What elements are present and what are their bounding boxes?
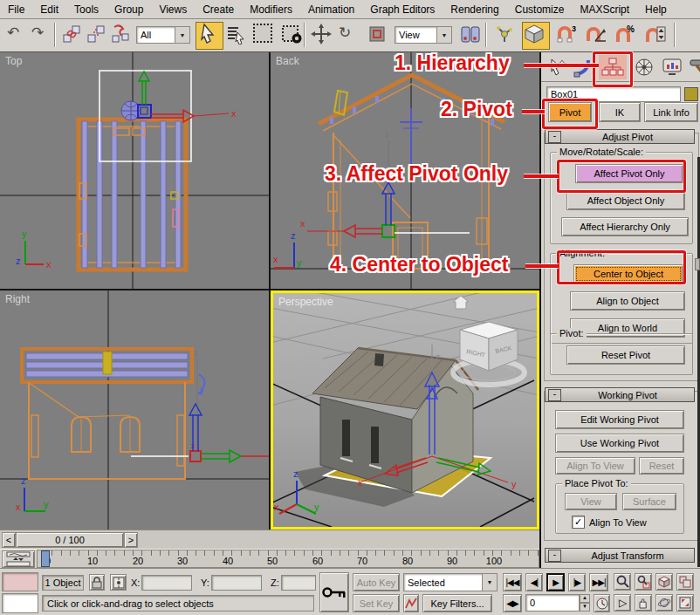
zoom-all-icon[interactable] [635,573,652,591]
menu-edit[interactable]: Edit [32,0,66,18]
field-of-view-icon[interactable]: ▷ [614,594,631,612]
bind-to-space-warp-icon[interactable] [110,24,133,46]
play-animation-icon[interactable]: ▶ [546,573,565,591]
menu-customize[interactable]: Customize [507,0,573,18]
set-key-button[interactable]: Set Key [353,594,400,612]
orbit-icon[interactable] [655,594,673,612]
frame-position-handle[interactable] [41,550,50,567]
time-slider-handle[interactable]: 0 / 100 [16,532,124,548]
select-and-scale-icon[interactable] [367,24,389,46]
previous-frame-icon[interactable]: ◀| [525,573,543,591]
spinner-up-icon[interactable]: ▲ [580,594,590,603]
x-coordinate-field[interactable] [141,575,192,591]
go-to-end-icon[interactable]: ▶▶| [589,573,608,591]
selection-lock-icon[interactable] [89,574,105,591]
spinner-down-icon[interactable]: ▼ [580,603,590,612]
menu-maxscript[interactable]: MAXScript [572,0,637,18]
pivot-gizmo-top[interactable]: x [121,72,237,122]
absolute-offset-toggle-icon[interactable] [110,574,127,591]
undo-icon[interactable]: ↶ [7,24,30,46]
pan-view-icon[interactable] [635,594,652,612]
zoom-icon[interactable] [614,573,631,591]
align-to-view-button[interactable]: Align To View [555,457,635,475]
selection-filter-dropdown[interactable]: All ▼ [136,26,190,44]
maximize-viewport-toggle-icon[interactable] [676,594,694,612]
redo-icon[interactable]: ↷ [31,24,54,46]
mini-curve-editor-icon[interactable] [2,550,35,568]
angle-snap-toggle-icon[interactable] [585,24,607,46]
select-object-button[interactable] [196,22,223,50]
panel-scrollbar-handle[interactable] [695,258,700,270]
snap-toggle-3d-icon[interactable]: 3 [555,24,578,46]
top-viewport-canvas[interactable]: x y x z [0,52,269,289]
viewport-label[interactable]: Back [276,55,299,67]
time-slider-prev-button[interactable]: < [2,532,16,548]
tab-utilities[interactable] [686,54,700,79]
dropdown-arrow-icon[interactable]: ▼ [175,27,189,43]
select-by-name-icon[interactable] [225,24,248,46]
align-to-view-checkbox[interactable]: ✓ [572,516,585,529]
viewport-perspective[interactable]: Perspective [271,290,539,530]
menu-rendering[interactable]: Rendering [443,0,506,18]
subtab-link-info[interactable]: Link Info [644,102,698,122]
tab-motion[interactable] [632,54,656,79]
tab-display[interactable] [660,54,684,79]
viewcube-home-icon[interactable] [453,296,469,309]
place-pivot-view-button[interactable]: View [565,493,617,510]
place-pivot-surface-button[interactable]: Surface [622,493,676,510]
viewport-label[interactable]: Top [5,55,22,67]
snaps-toggle-button[interactable] [522,22,550,50]
perspective-viewport-canvas[interactable]: z x y [271,290,539,530]
menu-animation[interactable]: Animation [300,0,362,18]
unlink-selection-icon[interactable] [86,24,108,46]
select-and-manipulate-icon[interactable] [494,24,517,46]
zoom-extents-all-icon[interactable] [676,573,694,591]
viewcube[interactable]: RIGHT BACK [453,322,525,385]
house-wireframe-right[interactable] [22,349,192,479]
edit-working-pivot-button[interactable]: Edit Working Pivot [555,410,684,429]
percent-snap-toggle-icon[interactable]: % [614,24,637,46]
adjust-pivot-rollout-header[interactable]: - Adjust Pivot [545,129,695,144]
menu-file[interactable]: File [0,0,32,18]
select-and-move-icon[interactable] [311,24,333,46]
menu-views[interactable]: Views [151,0,195,18]
select-and-link-icon[interactable] [61,24,84,46]
window-crossing-toggle-icon[interactable] [281,24,304,46]
subtab-ik[interactable]: IK [599,102,641,122]
menu-create[interactable]: Create [195,0,242,18]
set-keys-button[interactable] [319,572,349,612]
go-to-start-icon[interactable]: |◀◀ [503,573,522,591]
menu-group[interactable]: Group [106,0,151,18]
key-mode-dropdown[interactable]: Selected ▼ [403,573,498,591]
working-pivot-rollout-header[interactable]: - Working Pivot [545,387,695,402]
collapse-icon[interactable]: - [548,550,561,562]
affect-object-only-button[interactable]: Affect Object Only [566,191,685,210]
reset-working-pivot-button[interactable]: Reset [639,457,684,475]
frame-spinner[interactable]: ▲ ▼ [580,594,590,612]
use-pivot-point-center-icon[interactable] [459,24,482,46]
track-bar-ruler[interactable]: 0 10 20 30 40 50 60 70 80 90 100 [37,550,539,568]
viewport-label[interactable]: Perspective [278,296,333,308]
time-slider-next-button[interactable]: > [124,532,138,548]
current-frame-field[interactable]: 0 [525,594,580,612]
collapse-icon[interactable]: - [548,131,561,143]
maxscript-listener-pane[interactable] [2,572,38,591]
time-configuration-icon[interactable] [594,594,610,612]
reset-pivot-button[interactable]: Reset Pivot [566,345,685,365]
key-filters-button[interactable]: Key Filters... [422,594,492,612]
select-and-rotate-icon[interactable]: ↻ [339,24,361,46]
collapse-icon[interactable]: - [548,389,561,401]
viewport-right[interactable]: Right [0,290,269,530]
y-coordinate-field[interactable] [211,575,262,591]
menu-help[interactable]: Help [637,0,675,18]
maxscript-macro-pane[interactable] [2,593,38,613]
menu-tools[interactable]: Tools [66,0,106,18]
menu-modifiers[interactable]: Modifiers [242,0,300,18]
adjust-transform-rollout-header[interactable]: - Adjust Transform [545,548,695,563]
viewport-label[interactable]: Right [5,293,30,305]
dropdown-arrow-icon[interactable]: ▼ [482,574,497,591]
object-color-swatch[interactable] [684,87,698,101]
key-mode-toggle-icon[interactable]: ◀▶ [503,594,522,612]
right-viewport-canvas[interactable]: z x z x [0,290,269,530]
use-working-pivot-button[interactable]: Use Working Pivot [555,434,684,453]
